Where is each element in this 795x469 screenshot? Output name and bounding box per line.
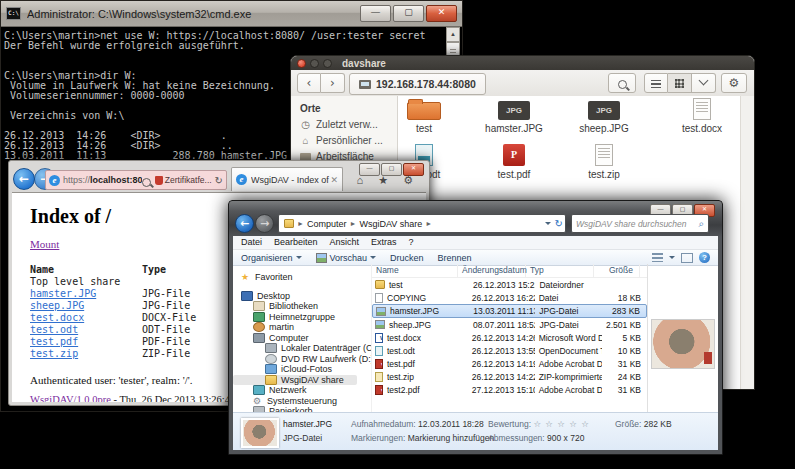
file-item-zip[interactable]: test.zip xyxy=(560,146,648,180)
browser-action-icons[interactable]: ⌂ ★ ⚙ xyxy=(357,174,419,187)
file-row[interactable]: test.zip26.12.2013 14:22 ZIP-komprimiert… xyxy=(372,370,647,383)
search-icon[interactable] xyxy=(142,178,151,187)
file-link[interactable]: test.odt xyxy=(30,324,78,335)
nav-item-netzwerk[interactable]: Netzwerk xyxy=(233,385,371,396)
details-rating[interactable]: Bewertung: ☆ ☆ ☆ ☆ ☆ xyxy=(488,419,590,429)
file-item-sheep[interactable]: JPG sheep.JPG xyxy=(560,100,648,134)
address-dropdown-icon[interactable] xyxy=(545,222,551,225)
browser-tab[interactable]: e WsgiDAV - Index of / ✕ xyxy=(231,167,343,191)
address-bar[interactable]: e https://localhost:8080/ Zertifikatfe..… xyxy=(45,170,227,190)
certificate-error-label[interactable]: Zertifikatfe... xyxy=(165,175,212,185)
file-item-test[interactable]: test xyxy=(380,100,468,134)
file-row[interactable]: COPYING26.12.2013 16:22 Datei18 KB xyxy=(372,291,647,304)
menu-help[interactable]: ? xyxy=(409,237,414,249)
file-link[interactable]: sheep.JPG xyxy=(30,300,84,311)
wsgidav-link[interactable]: WsgiDAV/1.0.0pre xyxy=(30,394,111,402)
minimize-icon[interactable] xyxy=(310,59,319,68)
file-row[interactable]: test26.12.2013 15:21 Dateiordner xyxy=(372,278,647,291)
breadcrumb-computer[interactable]: Computer xyxy=(307,219,347,229)
column-name[interactable]: Name xyxy=(372,264,458,277)
burn-button[interactable]: Brennen xyxy=(438,253,472,263)
nav-item-local-disk[interactable]: Lokaler Datenträger (C:) xyxy=(233,343,371,354)
file-row[interactable]: sheep.JPG08.07.2011 18:52 JPG-Datei2.501… xyxy=(372,318,647,331)
breadcrumb-caret-icon: ► xyxy=(297,220,304,227)
close-button[interactable]: ✕ xyxy=(426,5,457,22)
settings-button[interactable]: ⚙ xyxy=(721,73,747,93)
menu-datei[interactable]: Datei xyxy=(241,237,262,249)
nav-item-icloud-fotos[interactable]: iCloud-Fotos xyxy=(233,364,371,375)
nav-item-systemsteuerung[interactable]: ⚙Systemsteuerung xyxy=(233,396,371,407)
minimize-button[interactable]: — xyxy=(360,5,391,22)
refresh-icon[interactable]: ↻ xyxy=(215,175,223,186)
nav-item-favoriten[interactable]: ★Favoriten xyxy=(233,272,371,283)
nav-item-desktop[interactable]: Desktop xyxy=(233,291,371,302)
back-button[interactable]: ← xyxy=(235,214,254,233)
file-icon xyxy=(375,293,383,303)
file-link[interactable]: test.pdf xyxy=(30,336,78,347)
nautilus-titlebar[interactable]: davshare xyxy=(291,56,754,70)
breadcrumb[interactable]: ► Computer ► WsgiDAV share ► ↻ xyxy=(278,214,566,233)
scroll-up-icon[interactable]: ▲ xyxy=(446,27,460,42)
file-item-pdf[interactable]: P test.pdf xyxy=(470,146,558,180)
file-row[interactable]: ▼ test.pdf26.12.2013 14:19 Adobe Acrobat… xyxy=(372,357,647,370)
menu-extras[interactable]: Extras xyxy=(371,237,397,249)
views-icon[interactable] xyxy=(652,253,663,262)
list-view-button[interactable] xyxy=(644,73,668,93)
nav-item-bibliotheken[interactable]: Bibliotheken xyxy=(233,301,371,312)
control-panel-icon: ⚙ xyxy=(253,397,263,405)
menu-bearbeiten[interactable]: Bearbeiten xyxy=(274,237,318,249)
cmd-titlebar[interactable]: C:\ Administrator: C:\Windows\system32\c… xyxy=(1,1,462,27)
grid-view-icon xyxy=(675,79,684,88)
file-link[interactable]: test.docx xyxy=(30,312,84,323)
mount-link[interactable]: Mount xyxy=(30,238,59,250)
search-box[interactable]: WsgiDAV share durchsuchen ⌕ xyxy=(571,214,709,233)
views-caret-icon[interactable] xyxy=(669,256,675,259)
close-tab-icon[interactable]: ✕ xyxy=(330,175,338,185)
menu-ansicht[interactable]: Ansicht xyxy=(330,237,360,249)
breadcrumb-folder[interactable]: WsgiDAV share xyxy=(359,219,422,229)
file-link[interactable]: test.zip xyxy=(30,348,78,359)
file-label: test.zip xyxy=(560,169,648,180)
details-filename: hamster.JPG xyxy=(283,419,332,429)
pdf-file-icon: ▼ xyxy=(375,359,383,369)
help-icon[interactable]: ? xyxy=(699,252,710,263)
print-button[interactable]: Drucken xyxy=(390,253,424,263)
file-link[interactable]: hamster.JPG xyxy=(30,288,96,299)
location-button[interactable]: 192.168.178.44:8080 xyxy=(349,73,486,95)
nav-item-heimnetzgruppe[interactable]: Heimnetzgruppe xyxy=(233,312,371,323)
search-button[interactable] xyxy=(608,73,636,93)
file-row-selected[interactable]: hamster.JPG13.03.2011 11:13 JPG-Datei283… xyxy=(372,304,647,318)
file-row[interactable]: W test.docx26.12.2013 14:26 Microsoft Wo… xyxy=(372,331,647,344)
maximize-button[interactable]: ▢ xyxy=(393,5,424,22)
nav-item-dvd[interactable]: DVD RW Laufwerk (D:) xyxy=(233,354,371,365)
explorer-main: ★Favoriten Desktop Bibliotheken Heimnetz… xyxy=(233,264,718,413)
nav-item-computer[interactable]: Computer xyxy=(233,333,371,344)
refresh-icon[interactable]: ↻ xyxy=(555,218,563,229)
details-tags[interactable]: Markierungen: Markierung hinzufügen xyxy=(351,433,494,443)
grid-view-button[interactable] xyxy=(668,73,692,93)
close-icon[interactable] xyxy=(297,59,306,68)
nav-item-martin[interactable]: martin xyxy=(233,322,371,333)
preview-button[interactable]: Vorschau xyxy=(316,253,377,263)
file-item-docx[interactable]: test.docx xyxy=(658,100,746,134)
search-icon xyxy=(618,80,627,89)
forward-button[interactable]: › xyxy=(321,73,345,93)
back-button[interactable]: ‹ xyxy=(297,73,321,93)
column-type[interactable]: Typ xyxy=(526,264,594,277)
organize-button[interactable]: Organisieren xyxy=(241,253,302,263)
file-row[interactable]: test.odt26.12.2013 13:55 OpenDocument T.… xyxy=(372,344,647,357)
homegroup-icon xyxy=(253,312,265,322)
file-row[interactable]: ▼ test2.pdf27.12.2013 15:10 Adobe Acroba… xyxy=(372,383,647,396)
column-date[interactable]: Änderungsdatum xyxy=(458,264,526,277)
back-button[interactable]: ← xyxy=(13,168,35,190)
network-icon xyxy=(253,385,265,395)
maximize-icon[interactable] xyxy=(323,59,332,68)
forward-button[interactable]: → xyxy=(255,214,274,233)
column-size[interactable]: Größe xyxy=(594,264,640,277)
sidebar-item-home[interactable]: ⌂ Persönlicher ... xyxy=(300,135,397,146)
preview-pane-icon[interactable] xyxy=(681,253,693,263)
file-item-hamster[interactable]: JPG hamster.JPG xyxy=(470,100,558,134)
view-options-button[interactable] xyxy=(692,73,716,93)
scrollbar-gutter[interactable] xyxy=(740,96,754,389)
nav-item-wsgidav-share[interactable]: WsgiDAV share xyxy=(233,375,357,386)
